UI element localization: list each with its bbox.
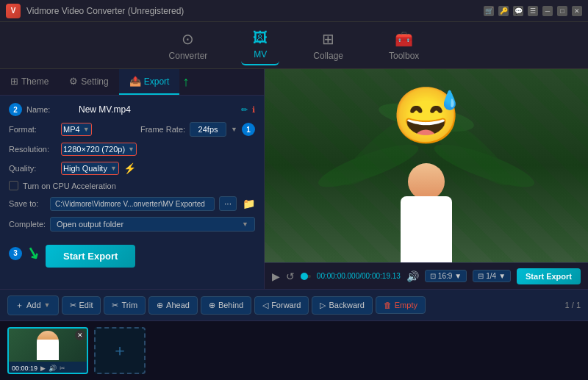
backward-button[interactable]: ▷ Backward xyxy=(312,296,372,315)
clips-arrow-icon: ▼ xyxy=(498,272,506,280)
forward-icon: ◁ xyxy=(262,301,268,310)
setting-tab-icon: ⚙ xyxy=(69,76,78,87)
saveto-row: Save to: C:\Vidmore\Vidmore V...onverter… xyxy=(9,196,255,211)
progress-bar[interactable] xyxy=(301,275,311,278)
panel-tabs: ⊞ Theme ⚙ Setting 📤 Export ↑ xyxy=(0,69,264,96)
export-panel-content: 2 Name: New MV.mp4 ✏ ℹ Format: MP4 ▼ Fra… xyxy=(0,96,264,289)
complete-arrow-icon: ▼ xyxy=(242,221,248,228)
quality-select[interactable]: High Quality ▼ xyxy=(61,162,119,175)
time-current: 00:00:00.000 xyxy=(317,272,359,280)
menu-icon[interactable]: ☰ xyxy=(528,6,538,16)
page-indicator: 1 / 1 xyxy=(565,301,581,309)
clip-play-icon[interactable]: ▶ xyxy=(40,365,46,372)
annotation-arrow-export: ↑ xyxy=(182,74,189,90)
nav-converter-label: Converter xyxy=(169,51,208,61)
ahead-icon: ⊕ xyxy=(157,301,163,310)
ratio-button[interactable]: ⊡ 16:9 ▼ xyxy=(425,270,467,282)
backward-label: Backward xyxy=(329,301,364,309)
format-label: Format: xyxy=(9,125,57,134)
clips-icon: ⊟ xyxy=(478,272,484,280)
right-panel: 😅 ▶ ↺ 00:00:00.000/00:00:19.13 🔊 ⊡ 16:9 … xyxy=(265,69,588,289)
clip-duration: 00:00:19 xyxy=(12,365,37,372)
progress-dot xyxy=(301,273,308,280)
play-button[interactable]: ▶ xyxy=(272,270,280,282)
backward-icon: ▷ xyxy=(320,301,326,310)
complete-select[interactable]: Open output folder ▼ xyxy=(50,217,255,232)
resolution-select[interactable]: 1280×720 (720p) ▼ xyxy=(61,143,137,156)
tab-theme[interactable]: ⊞ Theme xyxy=(0,69,59,95)
key-icon[interactable]: 🔑 xyxy=(498,6,509,16)
format-select[interactable]: MP4 ▼ xyxy=(61,123,92,136)
volume-icon[interactable]: 🔊 xyxy=(406,270,419,282)
quality-arrow-icon: ▼ xyxy=(110,165,117,172)
behind-button[interactable]: ⊕ Behind xyxy=(201,296,251,315)
clip-cut-icon[interactable]: ✂ xyxy=(60,365,65,372)
trash-icon: 🗑 xyxy=(384,301,392,309)
converter-icon: ⊙ xyxy=(182,30,194,48)
theme-tab-icon: ⊞ xyxy=(10,76,18,87)
clip-audio-icon[interactable]: 🔊 xyxy=(49,365,57,372)
name-edit-icon[interactable]: ✏ xyxy=(241,105,248,115)
forward-button[interactable]: ◁ Forward xyxy=(254,296,309,315)
format-value: MP4 xyxy=(63,125,80,134)
add-button[interactable]: ＋ Add ▼ xyxy=(7,295,59,315)
chat-icon[interactable]: 💬 xyxy=(513,6,523,16)
start-export-button[interactable]: Start Export xyxy=(46,245,135,268)
edit-button[interactable]: ✂ Edit xyxy=(62,296,101,315)
clip-meta: 00:00:19 ▶ 🔊 ✂ xyxy=(9,362,87,374)
main-layout: ⊞ Theme ⚙ Setting 📤 Export ↑ 2 Name: New… xyxy=(0,69,588,289)
tab-export[interactable]: 📤 Export xyxy=(119,69,180,95)
maximize-button[interactable]: □ xyxy=(557,6,567,16)
person-silhouette xyxy=(401,163,452,262)
replay-button[interactable]: ↺ xyxy=(286,270,295,282)
close-button[interactable]: ✕ xyxy=(572,6,582,16)
window-controls: 🛒 🔑 💬 ☰ ─ □ ✕ xyxy=(484,6,582,16)
start-export-small-button[interactable]: Start Export xyxy=(517,268,581,284)
trim-button[interactable]: ✂ Trim xyxy=(104,296,146,315)
collage-icon: ⊞ xyxy=(322,30,334,48)
top-navigation: ⊙ Converter 🖼 MV ⊞ Collage 🧰 Toolbox xyxy=(0,22,588,69)
annotation-badge-1: 1 xyxy=(242,123,255,136)
add-clip-button[interactable]: ＋ xyxy=(94,327,146,374)
framerate-value: 24fps xyxy=(190,122,226,137)
complete-row: Complete: Open output folder ▼ xyxy=(9,217,255,232)
mv-icon: 🖼 xyxy=(253,29,268,46)
toolbox-icon: 🧰 xyxy=(395,30,413,48)
annotation-badge-2: 2 xyxy=(9,103,22,116)
ahead-button[interactable]: ⊕ Ahead xyxy=(148,296,198,315)
saveto-more-button[interactable]: ··· xyxy=(219,196,237,211)
nav-mv[interactable]: 🖼 MV xyxy=(241,25,279,65)
format-arrow-icon: ▼ xyxy=(83,126,90,133)
video-background: 😅 xyxy=(265,69,588,262)
ratio-icon: ⊡ xyxy=(430,272,436,280)
bottom-toolbar: ＋ Add ▼ ✂ Edit ✂ Trim ⊕ Ahead ⊕ Behind ◁… xyxy=(0,289,588,321)
timeline-clip: 00:00:19 ▶ 🔊 ✂ ✕ xyxy=(7,327,88,374)
clip-close-button[interactable]: ✕ xyxy=(75,330,85,340)
resolution-arrow-icon: ▼ xyxy=(128,146,135,153)
complete-value: Open output folder xyxy=(57,220,123,229)
folder-icon[interactable]: 📁 xyxy=(243,198,255,209)
behind-label: Behind xyxy=(218,301,243,309)
app-title: Vidmore Video Converter (Unregistered) xyxy=(26,6,484,16)
name-value: New MV.mp4 xyxy=(79,104,237,115)
nav-toolbox[interactable]: 🧰 Toolbox xyxy=(377,26,431,65)
framerate-label: Frame Rate: xyxy=(140,125,185,134)
tab-setting[interactable]: ⚙ Setting xyxy=(59,69,118,95)
empty-button[interactable]: 🗑 Empty xyxy=(376,296,426,314)
saveto-label: Save to: xyxy=(9,199,46,208)
nav-converter[interactable]: ⊙ Converter xyxy=(157,26,220,65)
ratio-value: 16:9 xyxy=(438,272,452,280)
clip-thumb-person xyxy=(37,331,59,360)
cpu-acceleration-row: Turn on CPU Acceleration xyxy=(9,181,255,190)
left-panel: ⊞ Theme ⚙ Setting 📤 Export ↑ 2 Name: New… xyxy=(0,69,265,289)
cpu-checkbox[interactable] xyxy=(9,181,18,190)
ratio-arrow-icon: ▼ xyxy=(454,272,462,280)
cpu-label: Turn on CPU Acceleration xyxy=(23,182,116,190)
nav-collage[interactable]: ⊞ Collage xyxy=(301,26,355,65)
minimize-button[interactable]: ─ xyxy=(542,6,553,16)
tab-export-label: Export xyxy=(144,76,170,87)
cart-icon[interactable]: 🛒 xyxy=(484,6,494,16)
export-tab-icon: 📤 xyxy=(129,76,141,87)
trim-label: Trim xyxy=(121,301,137,309)
clips-button[interactable]: ⊟ 1/4 ▼ xyxy=(473,270,511,282)
